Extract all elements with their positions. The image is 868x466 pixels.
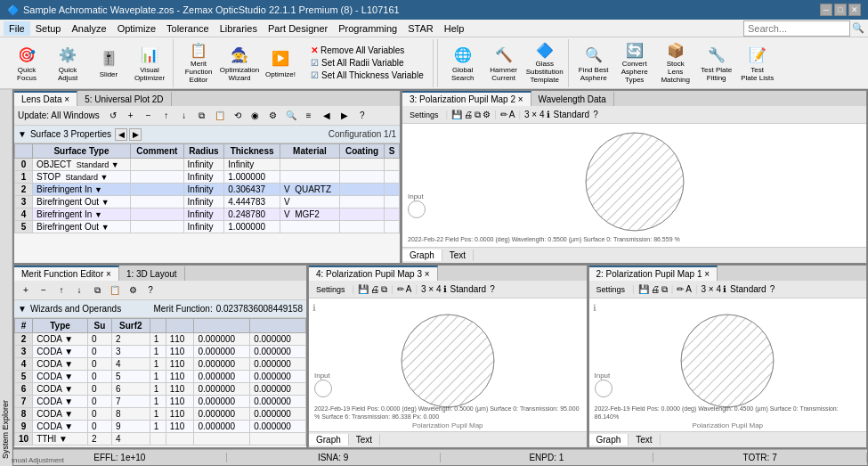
surface-type-1[interactable]: STOP Standard ▼ [33,171,131,184]
refresh-btn[interactable]: ↺ [105,108,121,124]
menu-setup[interactable]: Setup [30,21,67,36]
merit-function-editor-button[interactable]: 📋 MeritFunction Editor [179,42,218,85]
table-row[interactable]: 0 OBJECT Standard ▼ Infinity Infinity [15,159,400,171]
text-tab-btn[interactable]: Text [442,249,474,261]
print-icon-3[interactable]: 🖨 [370,284,379,294]
delete-surface-btn[interactable]: − [141,108,157,124]
merit-c2-6[interactable]: 110 [166,383,194,396]
merit-c1-7[interactable]: 1 [150,396,166,408]
thickness-4[interactable]: 0.248780 [224,208,280,221]
material-3[interactable]: V [280,196,339,208]
comment-3[interactable] [130,196,183,208]
prev-surface-btn[interactable]: ◀ [115,128,127,141]
search-input[interactable] [743,20,850,37]
remove-all-variables[interactable]: ✕ Remove All Variables [309,45,426,56]
material-5[interactable] [280,221,339,233]
thickness-1[interactable]: 1.000000 [224,171,280,184]
add-surface-btn[interactable]: + [123,108,139,124]
coating-1[interactable] [340,171,385,184]
merit-surf2-4[interactable]: 4 [111,358,150,371]
layout-3d-tab[interactable]: 1: 3D Layout [119,266,185,281]
optimize-button[interactable]: ▶️ Optimize! [261,42,300,85]
surface-type-3[interactable]: Birefringent Out ▼ [33,196,131,208]
settings2-icon[interactable]: ⚙ [483,110,491,119]
move-up-btn[interactable]: ↑ [158,108,174,124]
thickness-2[interactable]: 0.306437 [224,184,280,196]
merit-v2-3[interactable]: 0.000000 [250,346,306,358]
merit-up-btn[interactable]: ↑ [53,282,69,298]
comment-4[interactable] [130,208,183,221]
print-icon[interactable]: 🖨 [464,110,473,119]
merit-c2-10[interactable] [166,433,194,446]
radius-2[interactable]: Infinity [183,184,224,196]
layout-label-3[interactable]: 3 × 4 [421,284,442,294]
menu-partdesigner[interactable]: Part Designer [263,21,333,36]
merit-down-btn[interactable]: ↓ [71,282,87,298]
merit-row-4[interactable]: 4 CODA ▼ 0 4 1 110 0.000000 0.000000 [15,358,306,371]
merit-paste-btn[interactable]: 📋 [107,282,123,298]
surface-properties[interactable]: Surface 3 Properties [30,129,111,139]
merit-c1-5[interactable]: 1 [150,371,166,383]
surface-type-2[interactable]: Birefringent In ▼ [33,184,131,196]
merit-su-9[interactable]: 0 [88,421,112,433]
settings-btn2[interactable]: ≡ [301,108,317,124]
radius-0[interactable]: Infinity [183,159,224,171]
copy-icon-3[interactable]: ⧉ [381,284,387,295]
pol-map1-tab[interactable]: 2: Polarization Pupil Map 1 × [589,266,718,281]
layout-label[interactable]: 3 × 4 [524,110,545,119]
wavelength-data-tab[interactable]: Wavelength Data [531,91,614,106]
layout-label-1[interactable]: 3 × 4 [702,284,722,294]
merit-v2-5[interactable]: 0.000000 [250,371,306,383]
radius-5[interactable]: Infinity [183,221,224,233]
set-all-radii[interactable]: ☑ Set All Radii Variable [309,57,426,69]
menu-tolerance[interactable]: Tolerance [161,21,215,36]
coating-5[interactable] [340,221,385,233]
copy-icon[interactable]: ⧉ [475,110,481,120]
merit-row-6[interactable]: 6 CODA ▼ 0 6 1 110 0.000000 0.000000 [15,383,306,396]
merit-surf2-6[interactable]: 6 [111,383,150,396]
standard-label-3[interactable]: Standard [450,284,487,294]
comment-5[interactable] [130,221,183,233]
text-tab-btn-3[interactable]: Text [349,434,380,446]
merit-copy-btn[interactable]: ⧉ [89,282,105,298]
close-button[interactable]: ✕ [848,4,861,16]
next-surface-btn[interactable]: ▶ [129,128,142,141]
merit-c2-5[interactable]: 110 [166,371,194,383]
merit-surf2-2[interactable]: 2 [111,333,150,346]
comment-2[interactable] [130,184,183,196]
draw-icon-1[interactable]: ✏ [677,284,684,294]
info-icon[interactable]: ℹ [547,110,550,119]
merit-v1-4[interactable]: 0.000000 [194,358,250,371]
material-4[interactable]: V MGF2 [280,208,339,221]
merit-row-8[interactable]: 8 CODA ▼ 0 8 1 110 0.000000 0.000000 [15,408,306,421]
merit-v2-9[interactable]: 0.000000 [250,421,306,433]
search-icon[interactable]: 🔍 [852,22,864,34]
merit-settings-btn[interactable]: ⚙ [125,282,141,298]
merit-type-3[interactable]: CODA ▼ [33,346,88,358]
merit-c2-4[interactable]: 110 [166,358,194,371]
merit-v1-10[interactable] [194,433,250,446]
menu-optimize[interactable]: Optimize [112,21,161,36]
merit-v1-8[interactable]: 0.000000 [194,408,250,421]
merit-surf2-7[interactable]: 7 [111,396,150,408]
coating-2[interactable] [340,184,385,196]
coating-4[interactable] [340,208,385,221]
test-plate-fitting-button[interactable]: 🔧 Test PlateFitting [697,42,736,85]
universal-plot-tab[interactable]: 5: Universal Plot 2D [77,91,171,106]
merit-add-btn[interactable]: + [18,282,34,298]
thickness-3[interactable]: 4.444783 [224,196,280,208]
merit-type-9[interactable]: CODA ▼ [33,421,88,433]
merit-c1-6[interactable]: 1 [150,383,166,396]
standard-label[interactable]: Standard [554,110,590,119]
minimize-button[interactable]: ─ [820,4,832,16]
merit-type-8[interactable]: CODA ▼ [33,408,88,421]
quick-focus-button[interactable]: 🎯 Quick Focus [7,42,46,85]
aperture-btn[interactable]: ◉ [247,108,264,124]
help-btn[interactable]: ? [354,108,370,124]
save-icon-3[interactable]: 💾 [358,284,369,294]
graph-tab-btn-3[interactable]: Graph [309,434,349,446]
merit-row-10[interactable]: 10 TTHI ▼ 2 4 [15,433,306,446]
draw-icon-3[interactable]: ✏ [397,284,404,294]
visual-optimizer-button[interactable]: 📊 VisualOptimizer [130,42,169,85]
merit-c1-9[interactable]: 1 [150,421,166,433]
